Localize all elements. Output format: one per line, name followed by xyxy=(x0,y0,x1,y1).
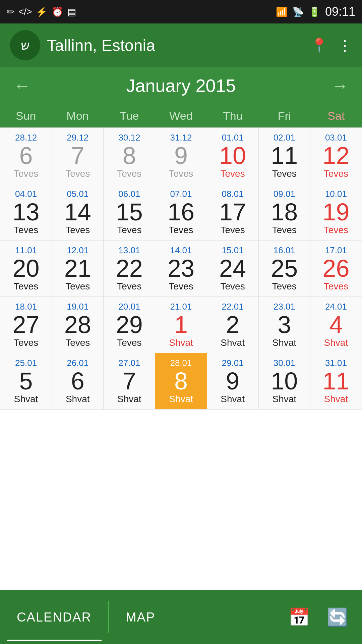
calendar-cell[interactable]: 28.126Teves xyxy=(0,128,52,184)
gregorian-date: 09.01 xyxy=(274,189,295,199)
map-tab[interactable]: MAP xyxy=(109,590,172,644)
calendar-cell[interactable]: 04.0113Teves xyxy=(0,184,52,240)
gregorian-date: 08.01 xyxy=(222,189,244,199)
hebrew-month: Shvat xyxy=(66,394,90,405)
day-number: 27 xyxy=(13,313,40,337)
day-header-sun: Sun xyxy=(0,104,52,127)
hebrew-month: Teves xyxy=(272,168,297,179)
hebrew-month: Teves xyxy=(169,168,193,179)
calendar-cell[interactable]: 31.129Teves xyxy=(155,128,207,184)
day-number: 11 xyxy=(271,144,298,168)
calendar-tab[interactable]: CALENDAR xyxy=(0,590,108,644)
day-number: 11 xyxy=(322,369,349,393)
calendar-cell[interactable]: 18.0127Teves xyxy=(0,297,52,353)
calendar-cell[interactable]: 29.127Teves xyxy=(52,128,104,184)
day-number: 9 xyxy=(226,369,239,393)
calendar-cell[interactable]: 29.019Shvat xyxy=(207,353,259,410)
hebrew-month: Teves xyxy=(272,281,297,292)
calendar-cell[interactable]: 24.014Shvat xyxy=(310,297,362,353)
calendar-cell[interactable]: 11.0120Teves xyxy=(0,240,52,297)
calendar-cell[interactable]: 07.0116Teves xyxy=(155,184,207,240)
code-icon: </> xyxy=(18,6,32,17)
calendar-cell[interactable]: 06.0115Teves xyxy=(104,184,155,240)
day-number: 25 xyxy=(271,256,298,280)
hebrew-month: Shvat xyxy=(169,337,193,348)
calendar-cell[interactable]: 28.018Shvat xyxy=(155,353,207,410)
status-bar: ✏ </> ⚡ ⏰ ▤ 📶 📡 🔋 09:11 xyxy=(0,0,362,23)
calendar-cell[interactable]: 27.017Shvat xyxy=(104,353,155,410)
calendar-cell[interactable]: 16.0125Teves xyxy=(259,240,310,297)
day-number: 22 xyxy=(116,256,143,280)
calendar-cell[interactable]: 19.0128Teves xyxy=(52,297,104,353)
calendar-cell[interactable]: 08.0117Teves xyxy=(207,184,259,240)
calendar-cell[interactable]: 21.011Shvat xyxy=(155,297,207,353)
barcode-icon: ▤ xyxy=(67,6,76,17)
day-number: 14 xyxy=(64,200,91,224)
hebrew-month: Teves xyxy=(65,168,90,179)
more-options-icon[interactable]: ⋮ xyxy=(338,37,352,54)
edit-icon: ✏ xyxy=(7,6,14,17)
hebrew-month: Teves xyxy=(117,225,141,235)
prev-month-button[interactable]: ← xyxy=(13,75,31,96)
day-number: 28 xyxy=(64,313,91,337)
calendar-icon[interactable]: 📅 xyxy=(288,607,310,628)
hebrew-month: Teves xyxy=(65,337,90,348)
calendar-cell[interactable]: 17.0126Teves xyxy=(310,240,362,297)
bottom-navigation: CALENDAR MAP 📅 🔄 xyxy=(0,590,362,644)
calendar-cell[interactable]: 20.0129Teves xyxy=(104,297,155,353)
white-area xyxy=(0,410,362,564)
day-number: 16 xyxy=(168,200,194,224)
hebrew-month: Teves xyxy=(169,225,193,235)
month-navigation: ← January 2015 → xyxy=(0,67,362,104)
gregorian-date: 25.01 xyxy=(15,358,37,368)
refresh-icon[interactable]: 🔄 xyxy=(327,607,349,628)
calendar-cell[interactable]: 02.0111Teves xyxy=(259,128,310,184)
hebrew-month: Teves xyxy=(14,337,38,348)
day-header-mon: Mon xyxy=(52,104,103,127)
battery-icon: 🔋 xyxy=(309,6,320,17)
day-number: 8 xyxy=(174,369,188,393)
hebrew-month: Teves xyxy=(221,281,245,292)
hebrew-month: Teves xyxy=(65,281,90,292)
calendar-cell[interactable]: 03.0112Teves xyxy=(310,128,362,184)
next-month-button[interactable]: → xyxy=(331,75,349,96)
calendar-cell[interactable]: 13.0122Teves xyxy=(104,240,155,297)
calendar-cell[interactable]: 14.0123Teves xyxy=(155,240,207,297)
hebrew-month: Teves xyxy=(117,337,141,348)
hebrew-month: Teves xyxy=(117,168,141,179)
top-bar: ש Tallinn, Estonia 📍 ⋮ xyxy=(0,23,362,67)
gregorian-date: 21.01 xyxy=(170,302,192,312)
clock-icon: ⏰ xyxy=(52,6,63,17)
calendar-cell[interactable]: 05.0114Teves xyxy=(52,184,104,240)
hebrew-month: Shvat xyxy=(221,394,245,405)
calendar-cell[interactable]: 30.128Teves xyxy=(104,128,155,184)
calendar-cell[interactable]: 23.013Shvat xyxy=(259,297,310,353)
day-number: 1 xyxy=(174,313,188,337)
calendar-cell[interactable]: 12.0121Teves xyxy=(52,240,104,297)
usb-icon: ⚡ xyxy=(36,6,48,17)
gregorian-date: 07.01 xyxy=(170,189,192,199)
hebrew-month: Shvat xyxy=(324,337,348,348)
calendar-cell[interactable]: 30.0110Shvat xyxy=(259,353,310,410)
calendar-cell[interactable]: 15.0124Teves xyxy=(207,240,259,297)
gregorian-date: 11.01 xyxy=(15,245,37,256)
calendar-cell[interactable]: 25.015Shvat xyxy=(0,353,52,410)
calendar-cell[interactable]: 10.0119Teves xyxy=(310,184,362,240)
hebrew-month: Shvat xyxy=(272,394,296,405)
hebrew-month: Teves xyxy=(14,168,38,179)
day-number: 9 xyxy=(174,144,188,168)
calendar-cell[interactable]: 26.016Shvat xyxy=(52,353,104,410)
hebrew-month: Shvat xyxy=(324,394,348,405)
calendar-cell[interactable]: 22.012Shvat xyxy=(207,297,259,353)
calendar-cell[interactable]: 01.0110Teves xyxy=(207,128,259,184)
calendar-cell[interactable]: 09.0118Teves xyxy=(259,184,310,240)
app-location: Tallinn, Estonia xyxy=(47,36,304,55)
gregorian-date: 29.01 xyxy=(222,358,244,368)
day-number: 6 xyxy=(19,144,33,168)
location-icon[interactable]: 📍 xyxy=(310,37,328,54)
day-number: 3 xyxy=(278,313,291,337)
calendar-grid: 28.126Teves29.127Teves30.128Teves31.129T… xyxy=(0,127,362,410)
calendar-cell[interactable]: 31.0111Shvat xyxy=(310,353,362,410)
day-number: 19 xyxy=(322,200,349,224)
gregorian-date: 22.01 xyxy=(222,302,244,312)
